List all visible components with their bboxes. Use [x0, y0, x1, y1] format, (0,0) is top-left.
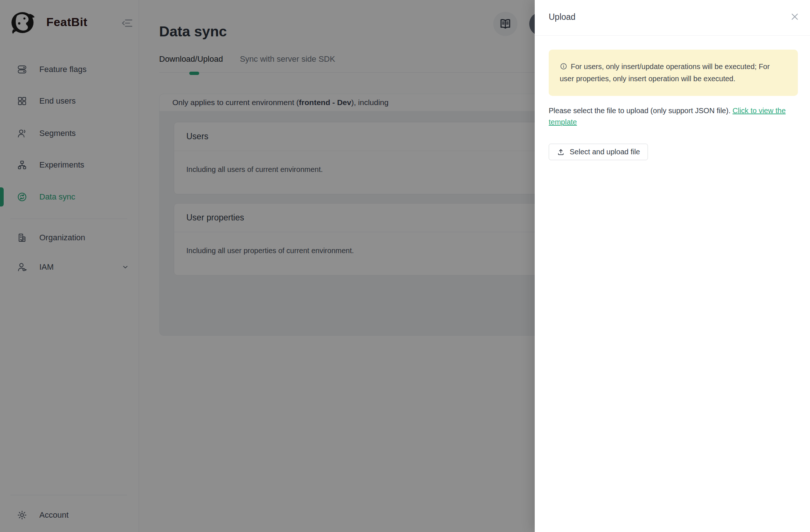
- drawer-title: Upload: [549, 12, 576, 22]
- select-upload-file-button[interactable]: Select and upload file: [549, 144, 648, 160]
- instruction-text: Please select the file to upload (only s…: [549, 107, 731, 115]
- alert-text: For users, only insert/update operations…: [560, 62, 770, 83]
- drawer-body: For users, only insert/update operations…: [535, 36, 810, 160]
- drawer-overlay[interactable]: [0, 0, 535, 532]
- info-alert: For users, only insert/update operations…: [549, 50, 798, 96]
- upload-button-label: Select and upload file: [570, 148, 640, 156]
- close-icon[interactable]: [790, 12, 800, 22]
- upload-icon: [557, 148, 565, 156]
- info-icon: [560, 62, 567, 70]
- upload-instruction: Please select the file to upload (only s…: [549, 105, 798, 128]
- drawer-header: Upload: [535, 0, 810, 36]
- upload-drawer: Upload For users, only insert/update ope…: [535, 0, 810, 532]
